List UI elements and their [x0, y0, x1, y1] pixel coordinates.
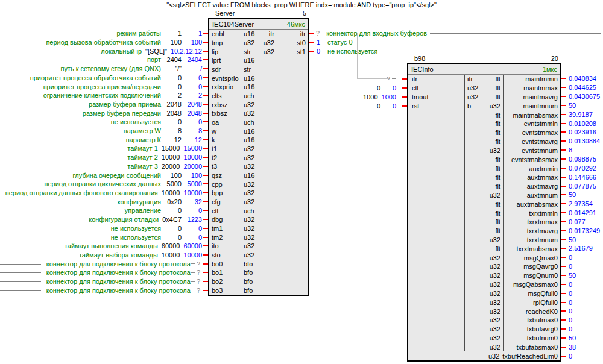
pin-name[interactable]: qsz [212, 172, 222, 179]
output-value[interactable]: 0 [569, 299, 572, 306]
output-value[interactable]: 0 [569, 353, 572, 360]
pin-name[interactable]: tmout [412, 93, 429, 101]
pin-stub[interactable] [561, 266, 566, 267]
current-value[interactable]: 0 [185, 74, 202, 81]
pin-name[interactable]: bo2 [212, 278, 223, 285]
current-value[interactable]: 12 [185, 136, 202, 143]
output-value[interactable]: 0 [569, 316, 572, 324]
iecinfo-block[interactable]: IECInfo 1мкс itr itr flt maintmmin ctl [407, 63, 561, 362]
pin-name[interactable]: cpp [212, 181, 223, 188]
pin-name[interactable]: sto [212, 251, 221, 259]
output-pin-name[interactable]: itr [300, 30, 306, 37]
current-value[interactable]: 0 [384, 84, 396, 92]
pin-stub[interactable] [203, 263, 208, 265]
output-pin-name[interactable]: maintmmin [525, 75, 558, 83]
output-pin-name[interactable]: reachedK0 [526, 308, 558, 315]
output-pin-name[interactable]: rplQfull0 [533, 299, 558, 306]
pin-stub[interactable] [561, 337, 566, 339]
output-pin-name[interactable]: auxtmmax [527, 174, 558, 181]
pin-name[interactable]: tm1 [212, 225, 223, 232]
output-value[interactable]: 0.070292 [569, 165, 596, 172]
pin-stub[interactable] [203, 59, 208, 60]
current-value[interactable]: 100 [185, 39, 202, 46]
current-value[interactable]: 2048 [185, 101, 202, 108]
pin-stub[interactable] [203, 237, 208, 238]
output-pin-name[interactable]: evntstmabsmax [511, 156, 558, 163]
output-pin-name[interactable]: maintmnum [523, 102, 558, 110]
output-value[interactable]: 0 [569, 281, 572, 288]
pin-stub[interactable] [561, 319, 566, 321]
pin-name[interactable]: bo0 [212, 260, 223, 268]
pin-name[interactable]: clts [212, 92, 222, 99]
current-value[interactable]: 1 [185, 30, 202, 37]
pin-stub[interactable] [203, 219, 208, 220]
current-value[interactable]: 0 [185, 207, 202, 214]
current-value[interactable]: 1000 [382, 93, 396, 101]
output-value[interactable]: 50 [569, 334, 576, 342]
current-value[interactable]: 0 [384, 102, 396, 110]
current-value[interactable]: 32 [185, 198, 202, 206]
pin-stub[interactable] [203, 290, 208, 291]
pin-stub[interactable] [561, 347, 566, 348]
pin-stub[interactable] [561, 194, 566, 195]
output-pin-name[interactable]: evntstmmax [522, 129, 558, 136]
output-pin-name[interactable]: txbufavrg0 [527, 325, 558, 333]
output-pin-name[interactable]: msgQmax0 [524, 254, 558, 262]
pin-name[interactable]: dbg [212, 216, 223, 223]
current-value[interactable]: 20000 [183, 163, 202, 170]
pin-name[interactable]: ctl [412, 84, 418, 92]
pin-stub[interactable] [402, 105, 407, 107]
pin-name[interactable]: t1 [212, 145, 217, 152]
current-value[interactable]: 2 [185, 92, 202, 99]
pin-stub[interactable] [561, 284, 566, 285]
pin-name[interactable]: k [212, 136, 215, 143]
output-pin-name[interactable]: auxtmmin [529, 165, 558, 172]
current-value[interactable]: 10000 [183, 189, 202, 196]
output-pin-name[interactable]: st1 [297, 48, 306, 55]
output-pin-name[interactable]: txbufabsmax0 [517, 344, 558, 351]
output-pin-name[interactable]: evntstmmin [524, 120, 558, 127]
pin-name[interactable]: enbl [212, 30, 224, 37]
output-pin-name[interactable]: txbufnum0 [527, 334, 558, 342]
pin-stub[interactable] [203, 139, 208, 140]
output-value[interactable]: 0.023916 [569, 128, 596, 136]
pin-stub[interactable] [561, 328, 566, 330]
output-pin-name[interactable]: msgQavrg0 [523, 263, 558, 270]
pin-stub[interactable] [203, 148, 208, 149]
output-value[interactable]: 0.0130884 [569, 137, 600, 145]
current-value[interactable]: 0 [185, 225, 202, 232]
pin-name[interactable]: bo1 [212, 269, 223, 276]
pin-stub[interactable] [561, 168, 566, 169]
pin-stub[interactable] [402, 87, 407, 89]
pin-stub[interactable] [203, 86, 208, 87]
pin-stub[interactable] [203, 175, 208, 176]
pin-stub[interactable] [561, 131, 566, 133]
current-value[interactable]: 5000 [185, 180, 202, 187]
pin-stub[interactable] [561, 221, 566, 222]
pin-stub[interactable] [203, 245, 208, 246]
pin-name[interactable]: lip [212, 48, 218, 55]
pin-stub[interactable] [561, 186, 566, 187]
pin-stub[interactable] [203, 130, 208, 131]
pin-stub[interactable] [203, 166, 208, 167]
output-value[interactable]: 0.010208 [569, 120, 596, 127]
pin-name[interactable]: lprt [212, 57, 221, 64]
current-value[interactable]: / [185, 65, 202, 72]
current-value[interactable]: 15000 [183, 145, 202, 152]
output-pin-name[interactable]: txrxtmnum [527, 236, 558, 243]
pin-name[interactable]: ito [212, 242, 219, 249]
pin-stub[interactable] [203, 210, 208, 211]
current-value[interactable]: 2048 [185, 110, 202, 117]
pin-stub[interactable] [203, 77, 208, 78]
current-value[interactable]: 10000 [183, 154, 202, 161]
pin-name[interactable]: oa [212, 119, 219, 126]
pin-stub[interactable] [203, 157, 208, 158]
output-pin-name[interactable]: maintmavrg [523, 93, 558, 101]
output-value[interactable]: 0.077875 [569, 183, 596, 190]
output-value[interactable]: 50 [569, 272, 576, 279]
pin-stub[interactable] [561, 230, 566, 231]
pin-stub[interactable] [561, 177, 566, 178]
pin-stub[interactable] [561, 203, 566, 204]
output-pin-name[interactable]: maintmmax [523, 84, 558, 92]
pin-stub[interactable] [203, 95, 208, 96]
